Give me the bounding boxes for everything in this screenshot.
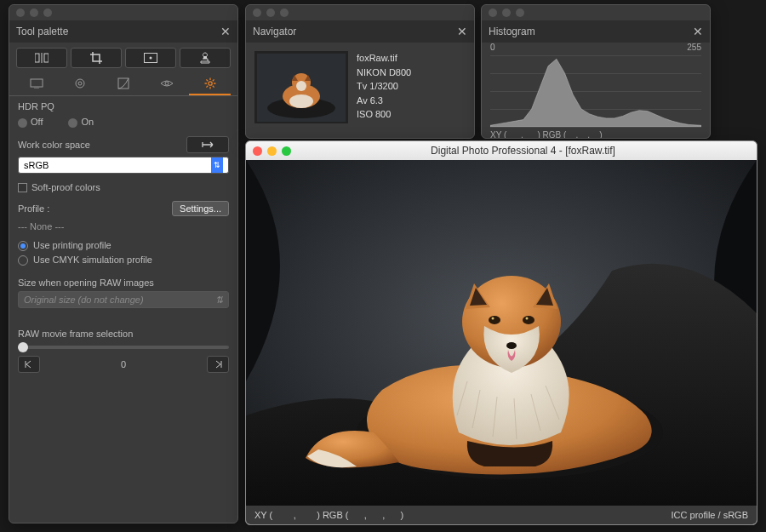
window-max-dot[interactable] xyxy=(516,9,524,17)
tool-frame-icon[interactable] xyxy=(125,48,176,68)
window-max-dot[interactable] xyxy=(43,9,52,17)
svg-point-12 xyxy=(208,82,211,85)
size-raw-label: Size when opening RAW images xyxy=(18,277,229,288)
image-window-title: Digital Photo Professional 4 - [foxRaw.t… xyxy=(296,145,750,157)
window-min-dot[interactable] xyxy=(502,9,511,17)
hist-min: 0 xyxy=(490,43,495,52)
window-minimize-icon[interactable] xyxy=(267,146,277,156)
svg-point-35 xyxy=(526,317,529,320)
profile-none-text: --- None --- xyxy=(18,221,229,232)
svg-line-18 xyxy=(212,86,214,88)
svg-point-32 xyxy=(489,316,500,324)
svg-rect-10 xyxy=(118,78,129,89)
tab-curve-icon[interactable] xyxy=(103,73,145,95)
svg-point-8 xyxy=(76,79,84,88)
window-max-dot[interactable] xyxy=(280,9,289,17)
svg-rect-0 xyxy=(35,54,39,62)
histogram-chart xyxy=(490,55,701,127)
nav-aperture: Av 6.3 xyxy=(357,94,411,108)
icc-profile-label: ICC profile / sRGB xyxy=(672,510,748,520)
status-coordinates: XY ( , ) RGB ( , , ) xyxy=(254,510,403,520)
svg-rect-1 xyxy=(44,54,49,62)
histogram-panel: Histogram ✕ 0 255 XY ( , ) RGB ( , , ) xyxy=(481,4,711,139)
raw-movie-slider[interactable] xyxy=(18,346,229,349)
svg-point-26 xyxy=(296,81,306,91)
svg-point-33 xyxy=(523,316,534,324)
tool-palette-panel: Tool palette ✕ HDR PQ Off On Work color … xyxy=(9,4,238,523)
window-min-dot[interactable] xyxy=(266,9,275,17)
window-close-dot[interactable] xyxy=(489,9,497,17)
window-close-dot[interactable] xyxy=(253,9,261,17)
tool-crop-icon[interactable] xyxy=(71,48,122,68)
close-icon[interactable]: ✕ xyxy=(457,25,467,38)
tool-stamp-icon[interactable] xyxy=(180,48,231,68)
tool-palette-header: Tool palette ✕ xyxy=(9,20,237,43)
tool-palette-title: Tool palette xyxy=(16,26,68,37)
frame-next-button[interactable] xyxy=(207,356,229,373)
navigator-info: foxRaw.tif NIKON D800 Tv 1/3200 Av 6.3 I… xyxy=(357,51,411,123)
hdr-on-radio[interactable]: On xyxy=(68,117,94,128)
soft-proof-checkbox[interactable]: Soft-proof colors xyxy=(18,182,100,192)
close-icon[interactable]: ✕ xyxy=(693,25,703,38)
tab-eye-icon[interactable] xyxy=(146,73,187,95)
svg-point-4 xyxy=(150,57,152,60)
navigator-mac-titlebar xyxy=(246,5,474,20)
settings-button[interactable]: Settings... xyxy=(172,201,229,216)
window-min-dot[interactable] xyxy=(30,9,38,17)
svg-rect-6 xyxy=(31,79,43,87)
close-icon[interactable]: ✕ xyxy=(220,25,231,38)
image-canvas[interactable] xyxy=(246,160,757,506)
image-window: Digital Photo Professional 4 - [foxRaw.t… xyxy=(245,140,757,525)
navigator-thumbnail[interactable] xyxy=(254,51,348,123)
svg-point-34 xyxy=(492,317,494,320)
tab-display-icon[interactable] xyxy=(16,73,58,95)
svg-point-24 xyxy=(289,94,313,108)
frame-prev-button[interactable] xyxy=(18,356,40,373)
tab-settings-gear-icon[interactable] xyxy=(189,73,231,95)
work-color-space-select[interactable]: sRGB ⇅ xyxy=(18,157,229,174)
cmyk-profile-radio[interactable]: Use CMYK simulation profile xyxy=(18,255,229,266)
tool-compare-icon[interactable] xyxy=(16,48,67,68)
image-window-titlebar: Digital Photo Professional 4 - [foxRaw.t… xyxy=(246,141,757,160)
size-raw-select: Original size (do not change)⇅ xyxy=(18,291,229,308)
hdr-pq-label: HDR PQ xyxy=(18,101,229,112)
svg-line-17 xyxy=(206,79,208,81)
raw-movie-label: RAW movie frame selection xyxy=(18,329,229,339)
svg-point-36 xyxy=(506,342,517,349)
nav-iso: ISO 800 xyxy=(357,107,411,122)
window-close-dot[interactable] xyxy=(16,9,25,17)
nav-camera: NIKON D800 xyxy=(357,66,411,80)
svg-rect-5 xyxy=(203,56,207,59)
profile-label: Profile : xyxy=(18,203,49,214)
svg-line-20 xyxy=(206,86,208,88)
nav-shutter: Tv 1/3200 xyxy=(357,79,411,94)
histogram-mac-titlebar xyxy=(482,5,710,20)
svg-line-19 xyxy=(212,79,214,81)
image-status-bar: XY ( , ) RGB ( , , ) ICC profile / sRGB xyxy=(246,506,757,524)
navigator-title: Navigator xyxy=(253,26,296,37)
frame-value: 0 xyxy=(121,359,126,369)
tool-palette-mac-titlebar xyxy=(9,5,237,20)
window-close-icon[interactable] xyxy=(253,146,262,156)
printing-profile-radio[interactable]: Use printing profile xyxy=(18,240,229,251)
hdr-off-radio[interactable]: Off xyxy=(18,117,43,128)
svg-point-9 xyxy=(78,82,82,85)
hist-xy-readout: XY ( , ) RGB ( , , ) xyxy=(490,130,603,139)
reset-color-space-button[interactable] xyxy=(186,136,229,153)
navigator-panel: Navigator ✕ foxRaw.tif NIKON D800 Tv 1/3… xyxy=(245,4,475,139)
window-zoom-icon[interactable] xyxy=(282,146,291,156)
tab-lens-icon[interactable] xyxy=(60,73,101,95)
svg-point-11 xyxy=(165,82,169,85)
nav-filename: foxRaw.tif xyxy=(357,51,411,66)
hist-max: 255 xyxy=(687,43,701,52)
histogram-title: Histogram xyxy=(489,26,535,37)
work-color-space-label: Work color space xyxy=(18,140,90,150)
